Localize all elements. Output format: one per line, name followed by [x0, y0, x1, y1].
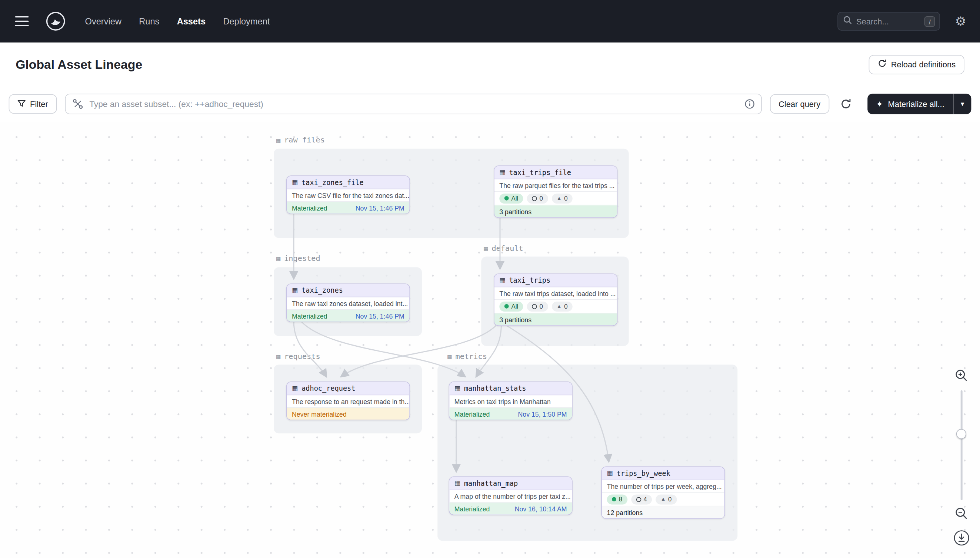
partition-status-row: All 0 ▲ 0 — [494, 300, 617, 313]
partitions-missing-pill[interactable]: ▲ 0 — [552, 301, 573, 311]
table-icon: ▦ — [499, 169, 505, 176]
clear-query-button[interactable]: Clear query — [770, 94, 829, 113]
table-icon: ▦ — [292, 287, 298, 294]
asset-description: A map of the number of trips per taxi z.… — [449, 490, 572, 503]
partitions-missing-pill[interactable]: ▲ 0 — [656, 494, 677, 504]
partitions-failed-count: 0 — [540, 195, 543, 202]
hamburger-menu-icon[interactable] — [15, 16, 29, 26]
partitions-missing-count: 0 — [564, 195, 567, 202]
asset-status-bar: Materialized Nov 15, 1:50 PM — [449, 408, 572, 420]
materialized-timestamp[interactable]: Nov 15, 1:50 PM — [518, 410, 567, 417]
group-label-metrics[interactable]: ▦ metrics — [447, 352, 487, 361]
asset-description: Metrics on taxi trips in Manhattan — [449, 395, 572, 408]
partition-status-row: All 0 ▲ 0 — [494, 192, 617, 205]
success-dot-icon — [504, 196, 509, 200]
partitions-success-pill[interactable]: All — [499, 193, 523, 203]
asset-description: The raw parquet files for the taxi trips… — [494, 179, 617, 192]
asset-node-manhattan-stats[interactable]: ▦ manhattan_stats Metrics on taxi trips … — [449, 381, 573, 420]
top-navbar: Overview Runs Assets Deployment / ⚙ — [0, 0, 980, 43]
main-nav: Overview Runs Assets Deployment — [85, 16, 270, 26]
asset-subset-input[interactable] — [65, 94, 761, 114]
materialized-timestamp[interactable]: Nov 16, 10:14 AM — [515, 505, 567, 512]
partitions-success-count: All — [511, 303, 518, 310]
asset-status-bar: Never materialized — [287, 408, 410, 420]
group-label-raw-files[interactable]: ▦ raw_files — [276, 135, 325, 144]
group-label-default[interactable]: ▦ default — [484, 244, 523, 253]
zoom-slider[interactable] — [960, 391, 962, 500]
partitions-failed-pill[interactable]: 4 — [631, 494, 652, 504]
zoom-in-button[interactable] — [953, 367, 969, 385]
lineage-toolbar: Filter Clear query — [0, 86, 980, 122]
refresh-button[interactable] — [837, 95, 855, 113]
download-image-button[interactable] — [953, 530, 970, 548]
partitions-failed-pill[interactable]: 0 — [527, 301, 548, 311]
partitions-failed-pill[interactable]: 0 — [527, 193, 548, 203]
asset-description: The raw CSV file for the taxi zones dat.… — [287, 189, 410, 202]
materialized-label: Materialized — [455, 505, 490, 512]
asset-node-manhattan-map[interactable]: ▦ manhattan_map A map of the number of t… — [449, 477, 573, 515]
filter-button[interactable]: Filter — [9, 94, 57, 113]
lineage-canvas[interactable]: ▦ raw_files ▦ ingested ▦ default ▦ reque… — [0, 122, 980, 558]
failed-circle-icon — [532, 196, 537, 201]
partitions-missing-pill[interactable]: ▲ 0 — [552, 193, 573, 203]
group-label-requests[interactable]: ▦ requests — [276, 352, 320, 361]
nav-item-assets[interactable]: Assets — [177, 16, 206, 26]
asset-node-taxi-zones-file[interactable]: ▦ taxi_zones_file The raw CSV file for t… — [286, 176, 410, 214]
materialized-label: Materialized — [292, 204, 328, 211]
zoom-in-icon — [954, 369, 968, 382]
asset-description: The raw taxi trips dataset, loaded into … — [494, 287, 617, 300]
asset-node-taxi-trips-file[interactable]: ▦ taxi_trips_file The raw parquet files … — [494, 166, 618, 218]
asset-node-header: ▦ adhoc_request — [287, 382, 410, 395]
zoom-out-icon — [954, 507, 968, 520]
search-input[interactable] — [856, 16, 934, 26]
asset-description: The number of trips per week, aggreg... — [602, 480, 725, 493]
materialize-all-button[interactable]: ✦ Materialize all... — [867, 94, 953, 114]
asset-node-header: ▦ taxi_trips_file — [494, 166, 617, 179]
success-dot-icon — [612, 497, 616, 501]
reload-definitions-button[interactable]: Reload definitions — [868, 55, 964, 74]
table-icon: ▦ — [607, 470, 613, 477]
asset-name: taxi_trips — [509, 276, 550, 284]
partitions-success-pill[interactable]: All — [499, 301, 523, 311]
asset-node-taxi-trips[interactable]: ▦ taxi_trips The raw taxi trips dataset,… — [494, 274, 618, 326]
asset-subset-query — [65, 94, 761, 114]
partitions-success-count: All — [511, 195, 518, 202]
dagster-logo[interactable] — [45, 11, 66, 32]
materialized-timestamp[interactable]: Nov 15, 1:46 PM — [356, 204, 404, 211]
success-dot-icon — [504, 304, 509, 309]
group-name: metrics — [456, 352, 487, 361]
missing-triangle-icon: ▲ — [557, 304, 562, 309]
group-name: requests — [284, 352, 320, 361]
zoom-out-button[interactable] — [953, 505, 969, 523]
nav-item-overview[interactable]: Overview — [85, 16, 122, 26]
clear-query-label: Clear query — [779, 99, 820, 108]
materialized-timestamp[interactable]: Nov 15, 1:46 PM — [356, 312, 404, 319]
partitions-footer: 12 partitions — [602, 507, 725, 519]
table-icon: ▦ — [455, 480, 460, 487]
partitions-success-pill[interactable]: 8 — [607, 494, 628, 504]
materialize-all-split-button: ✦ Materialize all... ▾ — [867, 94, 971, 114]
asset-name: taxi_zones — [301, 286, 343, 295]
nav-item-runs[interactable]: Runs — [139, 16, 159, 26]
asset-name: adhoc_request — [301, 384, 355, 392]
group-grid-icon: ▦ — [276, 353, 280, 361]
asset-description: The raw taxi zones dataset, loaded int..… — [287, 297, 410, 310]
asset-node-taxi-zones[interactable]: ▦ taxi_zones The raw taxi zones dataset,… — [286, 284, 410, 322]
group-label-ingested[interactable]: ▦ ingested — [276, 254, 320, 263]
global-search[interactable]: / — [837, 12, 940, 31]
page-header: Global Asset Lineage Reload definitions — [0, 43, 980, 86]
search-shortcut-badge: / — [924, 16, 935, 27]
failed-circle-icon — [532, 304, 537, 309]
nav-item-deployment[interactable]: Deployment — [223, 16, 270, 26]
group-grid-icon: ▦ — [276, 136, 280, 144]
info-icon[interactable] — [744, 99, 755, 112]
asset-node-trips-by-week[interactable]: ▦ trips_by_week The number of trips per … — [601, 467, 725, 519]
selector-icon — [72, 99, 83, 112]
materialize-all-dropdown-caret[interactable]: ▾ — [953, 94, 971, 114]
settings-gear-icon[interactable]: ⚙ — [955, 15, 966, 28]
asset-node-adhoc-request[interactable]: ▦ adhoc_request The response to an reque… — [286, 381, 410, 420]
zoom-slider-handle[interactable] — [956, 429, 966, 439]
asset-node-header: ▦ taxi_trips — [494, 274, 617, 287]
reload-definitions-label: Reload definitions — [891, 59, 955, 69]
partition-status-row: 8 4 ▲ 0 — [602, 492, 725, 506]
